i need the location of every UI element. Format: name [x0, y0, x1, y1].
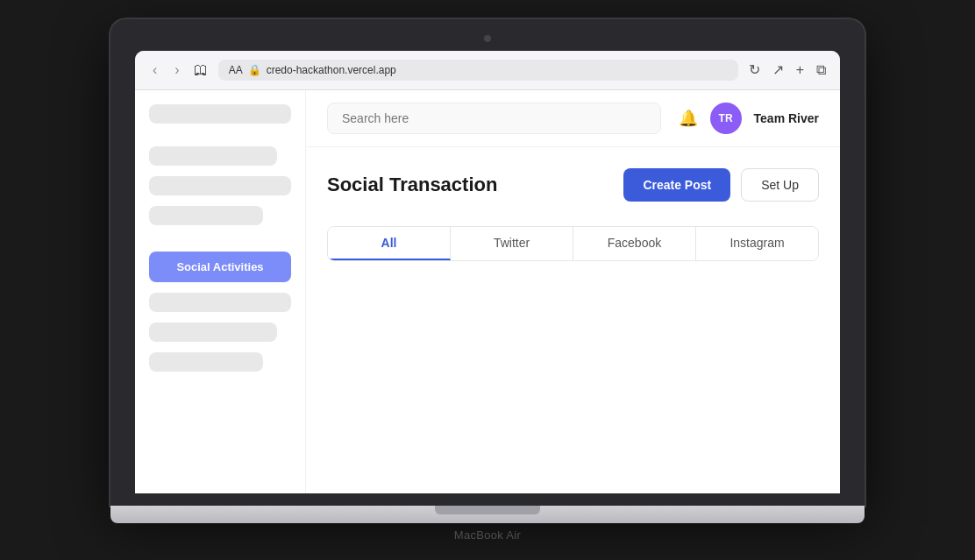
- sidebar: Social Activities: [135, 90, 306, 493]
- tab-twitter[interactable]: Twitter: [451, 227, 573, 260]
- sidebar-skeleton-1: [149, 104, 291, 124]
- page-body: Social Transaction Create Post Set Up Al…: [306, 147, 840, 282]
- create-post-button[interactable]: Create Post: [623, 168, 730, 202]
- page-header: Social Transaction Create Post Set Up: [327, 168, 819, 202]
- sidebar-skeleton-5: [149, 293, 291, 312]
- browser-toolbar-right: ↻ ↗ + ⧉: [749, 61, 826, 78]
- tabs-bar: All Twitter Facebook Instagram: [327, 226, 819, 261]
- page-title: Social Transaction: [327, 174, 497, 196]
- main-content: 🔔 TR Team River Social Transaction Creat…: [306, 90, 840, 493]
- avatar: TR: [710, 103, 742, 134]
- lock-icon: 🔒: [248, 64, 261, 76]
- tab-all[interactable]: All: [328, 227, 451, 260]
- bookmarks-icon[interactable]: 🕮: [194, 62, 208, 78]
- sidebar-skeleton-3: [149, 176, 291, 195]
- aa-label: AA: [229, 64, 243, 76]
- search-input[interactable]: [327, 103, 661, 134]
- camera-dot: [484, 35, 491, 42]
- forward-button[interactable]: ›: [171, 60, 182, 80]
- browser-window: ‹ › 🕮 AA 🔒 credo-hackathon.vercel.app ↻ …: [135, 51, 840, 493]
- team-name-label: Team River: [754, 111, 819, 125]
- browser-content: Social Activities 🔔 TR Team River: [135, 90, 840, 493]
- sidebar-skeleton-2: [149, 146, 277, 166]
- back-button[interactable]: ‹: [149, 60, 160, 80]
- tab-facebook[interactable]: Facebook: [573, 227, 696, 260]
- tab-instagram[interactable]: Instagram: [696, 227, 818, 260]
- top-bar: 🔔 TR Team River: [306, 90, 840, 147]
- sidebar-skeleton-6: [149, 323, 277, 342]
- sidebar-skeleton-4: [149, 206, 263, 225]
- header-buttons: Create Post Set Up: [623, 168, 819, 202]
- add-tab-icon[interactable]: +: [796, 62, 804, 78]
- bell-icon[interactable]: 🔔: [679, 109, 698, 128]
- top-bar-right: 🔔 TR Team River: [679, 103, 819, 134]
- url-text: credo-hackathon.vercel.app: [267, 64, 396, 76]
- device-label: MacBook Air: [110, 528, 865, 542]
- reload-icon[interactable]: ↻: [749, 61, 760, 78]
- sidebar-skeleton-7: [149, 352, 263, 372]
- social-activities-button[interactable]: Social Activities: [149, 252, 291, 282]
- laptop-base: [110, 506, 865, 523]
- share-icon[interactable]: ↗: [772, 61, 784, 78]
- tabs-icon[interactable]: ⧉: [816, 62, 826, 78]
- browser-toolbar: ‹ › 🕮 AA 🔒 credo-hackathon.vercel.app ↻ …: [135, 51, 840, 90]
- setup-button[interactable]: Set Up: [741, 168, 819, 202]
- laptop-notch: [435, 506, 540, 514]
- address-bar[interactable]: AA 🔒 credo-hackathon.vercel.app: [218, 60, 738, 81]
